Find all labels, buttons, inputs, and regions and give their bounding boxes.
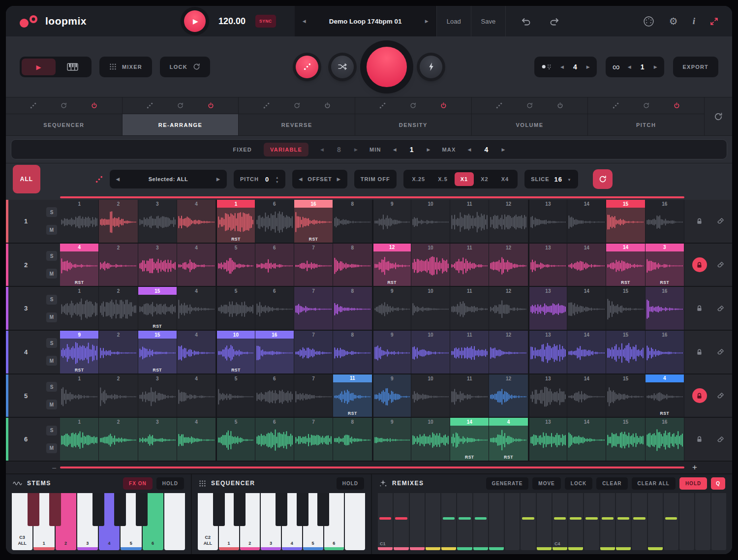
track-clear-button[interactable] [717,217,725,225]
selected-next-icon[interactable] [216,177,220,182]
step-cell[interactable]: 10RST [216,331,255,373]
offset-prev-icon[interactable] [299,177,303,182]
remix-key[interactable] [394,493,408,550]
step-cell[interactable]: 14 [567,244,606,286]
step-cell[interactable]: 6 [255,418,294,461]
remix-key[interactable] [632,493,646,550]
piano-key-black[interactable] [297,493,308,526]
trigger-knob[interactable] [420,56,442,78]
track-lock-button[interactable] [692,432,707,447]
min-next-icon[interactable] [427,147,430,152]
piano-key-black[interactable] [28,493,39,526]
step-cell[interactable]: 4RST [60,244,99,286]
step-cell[interactable]: 12 [489,244,528,286]
step-cell[interactable]: 10 [411,287,450,330]
solo-button[interactable]: S [46,251,57,261]
track-clear-button[interactable] [717,436,725,443]
loop-next-icon[interactable] [654,64,657,69]
remix-lock-button[interactable]: LOCK [565,477,592,490]
modules-refresh-button[interactable] [705,97,732,135]
step-cell[interactable]: 2 [99,374,138,417]
mute-button[interactable]: M [46,225,57,235]
step-cell[interactable]: 2 [99,244,138,286]
track-clear-button[interactable] [717,261,725,269]
track-clear-button[interactable] [717,305,725,312]
rate-x1-button[interactable]: X1 [455,172,474,186]
refresh-icon[interactable] [177,102,184,109]
sync-button[interactable]: SYNC [255,15,276,28]
step-cell[interactable]: 3 [138,244,177,286]
step-cell[interactable]: 1 [60,287,99,330]
piano-key-black[interactable] [276,493,287,526]
step-cell[interactable]: 15RST [138,331,177,373]
stems-hold-button[interactable]: HOLD [156,477,184,490]
remix-key[interactable] [426,493,440,550]
step-cell[interactable]: 9 [372,331,411,373]
step-cell[interactable]: 11 [450,287,489,330]
step-cell[interactable]: 7 [294,374,333,417]
loop-view-button[interactable] [22,59,56,75]
step-cell[interactable]: 4 [177,374,216,417]
step-cell[interactable]: 13 [528,418,567,461]
remix-key[interactable] [457,493,472,550]
preset-next-icon[interactable] [425,19,429,24]
remix-key[interactable] [410,493,425,550]
track-lock-button[interactable] [692,257,707,272]
track-lock-button[interactable] [692,344,707,359]
step-cell[interactable]: 11 [450,200,489,243]
step-cell[interactable]: 16 [646,331,684,373]
step-cell[interactable]: 1 [60,418,99,461]
step-cell[interactable]: 12RST [372,244,411,286]
fixed-mode-button[interactable]: FIXED [233,147,252,153]
remix-key[interactable]: C1 [378,493,393,550]
lock-button[interactable]: LOCK [160,57,210,77]
step-cell[interactable]: 8 [333,287,372,330]
rate-x05-button[interactable]: X.5 [432,172,454,186]
power-icon[interactable] [440,102,447,109]
retrigger-button[interactable] [593,169,613,189]
step-cell[interactable]: 11 [450,331,489,373]
quantize-button[interactable]: Q [711,477,725,490]
step-cell[interactable]: 9RST [60,331,99,373]
step-cell[interactable]: 16RST [294,200,333,243]
step-cell[interactable]: 15 [606,374,645,417]
remix-key[interactable] [505,493,520,550]
move-button[interactable]: MOVE [532,477,560,490]
piano-key-black[interactable] [234,493,246,526]
step-cell[interactable]: 15 [606,331,645,373]
play-button[interactable] [184,10,206,32]
step-cell[interactable]: 14RST [606,244,645,286]
step-cell[interactable]: 14 [567,200,606,243]
step-cell[interactable]: 10 [411,418,450,461]
pattern-prev-icon[interactable] [560,64,564,69]
info-icon[interactable]: i [693,16,695,27]
step-cell[interactable]: 6 [255,200,294,243]
remix-key[interactable] [695,493,710,550]
select-all-tracks-button[interactable]: ALL [13,165,40,193]
piano-key-black[interactable] [114,493,126,526]
step-cell[interactable]: 14RST [450,418,489,461]
step-cell[interactable]: 5 [216,244,255,286]
remix-key[interactable] [664,493,678,550]
step-cell[interactable]: 10 [411,244,450,286]
fx-on-button[interactable]: FX ON [123,477,153,490]
remix-key[interactable] [473,493,488,550]
variation-knob[interactable] [296,56,318,78]
step-cell[interactable]: 2 [99,331,138,373]
step-cell[interactable]: 1 [60,200,99,243]
step-cell[interactable]: 10 [411,331,450,373]
remix-key[interactable] [537,493,552,550]
loop-prev-icon[interactable] [628,64,631,69]
step-cell[interactable]: 2 [99,418,138,461]
step-cell[interactable]: 2 [99,287,138,330]
step-cell[interactable]: 14 [567,418,606,461]
preset-prev-icon[interactable] [303,19,306,24]
remix-key[interactable]: C4 [553,493,567,550]
midi-icon[interactable] [643,16,654,27]
step-cell[interactable]: 4 [177,244,216,286]
step-cell[interactable]: 15 [606,418,645,461]
remix-key[interactable] [616,493,631,550]
refresh-icon[interactable] [294,102,300,109]
refresh-icon[interactable] [526,102,533,109]
solo-button[interactable]: S [46,338,57,348]
